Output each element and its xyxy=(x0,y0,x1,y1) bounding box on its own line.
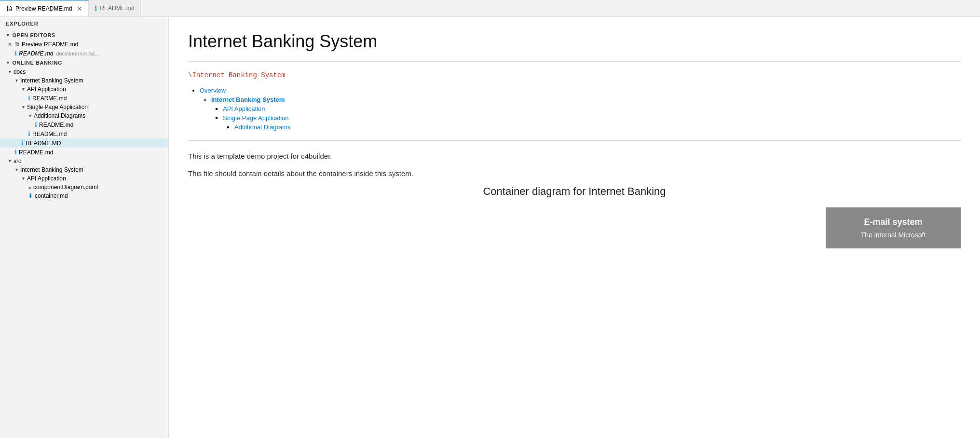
open-editors-label: OPEN EDITORS xyxy=(12,32,55,38)
open-editor-readme-label: README.md xyxy=(19,50,53,57)
diagram-area: E-mail system The internal Microsoft xyxy=(188,207,961,248)
api2-arrow: ▼ xyxy=(21,176,26,181)
sidebar-readme3[interactable]: ℹ README.md xyxy=(0,129,168,138)
main-layout: EXPLORER ▼ OPEN EDITORS ✕ 🖺 Preview READ… xyxy=(0,17,980,438)
additional-arrow: ▼ xyxy=(28,113,32,118)
info-icon-2: ℹ xyxy=(35,121,37,128)
tab-readme-md[interactable]: ℹ README.md xyxy=(89,0,140,16)
readme1-label: README.md xyxy=(32,95,67,102)
sidebar-additional-diagrams[interactable]: ▼ Additional Diagrams xyxy=(0,111,168,120)
desc1: This is a template demo project for c4bu… xyxy=(188,151,961,162)
src-arrow: ▼ xyxy=(8,159,12,164)
spa-arrow: ▼ xyxy=(21,105,26,110)
divider-top xyxy=(188,61,961,62)
sidebar-container-md[interactable]: ⬇ container.md xyxy=(0,192,168,200)
tab-preview-readme[interactable]: 🖺 Preview README.md ✕ xyxy=(0,0,89,16)
open-editors-section[interactable]: ▼ OPEN EDITORS xyxy=(0,30,168,40)
open-editors-arrow: ▼ xyxy=(6,33,10,38)
info-circle-icon: ℹ xyxy=(14,50,17,57)
info-icon-4: ℹ xyxy=(21,139,24,147)
toc-internet-banking-link[interactable]: Internet Banking System xyxy=(211,96,285,103)
sidebar-readme4-selected[interactable]: ℹ README.MD xyxy=(0,138,168,148)
readme2-label: README.md xyxy=(39,122,73,128)
tab-bar: 🖺 Preview README.md ✕ ℹ README.md xyxy=(0,0,980,17)
spa-label: Single Page Application xyxy=(27,104,88,110)
internet-banking2-arrow: ▼ xyxy=(14,167,19,172)
preview-icon: 🖺 xyxy=(6,5,13,13)
close-icon[interactable]: ✕ xyxy=(8,41,12,48)
sidebar-preview-readme[interactable]: ✕ 🖺 Preview README.md xyxy=(0,40,168,49)
info-icon-1: ℹ xyxy=(28,95,30,102)
toc-spa-link[interactable]: Single Page Application xyxy=(223,114,289,122)
internet-banking-label: Internet Banking System xyxy=(20,77,83,84)
download-icon: ⬇ xyxy=(28,192,33,199)
internet-banking-arrow: ▼ xyxy=(14,78,19,83)
info-icon-3: ℹ xyxy=(28,130,30,137)
toc-sub-list: Internet Banking System API Application … xyxy=(200,96,961,131)
sidebar-readme-info[interactable]: ℹ README.md docs\Internet Ba... xyxy=(0,49,168,58)
toc-additional: Additional Diagrams xyxy=(234,123,961,131)
online-banking-arrow: ▼ xyxy=(6,60,10,65)
online-banking-label: ONLINE BANKING xyxy=(12,60,62,66)
email-system-title: E-mail system xyxy=(835,217,951,227)
sidebar-src-folder[interactable]: ▼ src xyxy=(0,157,168,165)
page-title: Internet Banking System xyxy=(188,31,961,52)
toc-api: API Application xyxy=(223,105,961,112)
api2-label: API Application xyxy=(27,175,66,182)
sidebar-title: EXPLORER xyxy=(0,17,168,30)
toc-sub2-list: API Application Single Page Application … xyxy=(211,105,961,131)
sidebar-single-page-app[interactable]: ▼ Single Page Application xyxy=(0,103,168,111)
sidebar-docs-folder[interactable]: ▼ docs xyxy=(0,68,168,76)
src-label: src xyxy=(14,158,21,164)
sidebar-readme2[interactable]: ℹ README.md xyxy=(0,120,168,129)
api-arrow: ▼ xyxy=(21,87,26,92)
api-label: API Application xyxy=(27,86,66,93)
sidebar-readme1[interactable]: ℹ README.md xyxy=(0,94,168,103)
info-icon-5: ℹ xyxy=(14,149,17,156)
path-code: \Internet Banking System xyxy=(188,71,961,79)
docs-arrow: ▼ xyxy=(8,69,12,74)
component-diagram-label: componentDiagram.puml xyxy=(33,184,98,191)
open-editor-readme-desc: docs\Internet Ba... xyxy=(56,51,99,56)
email-system-box: E-mail system The internal Microsoft xyxy=(826,207,961,248)
toc-list: Overview Internet Banking System API App… xyxy=(188,87,961,131)
toc-api-link[interactable]: API Application xyxy=(223,105,265,112)
toc-overview-link[interactable]: Overview xyxy=(200,87,226,94)
docs-label: docs xyxy=(14,68,26,75)
toc-additional-link[interactable]: Additional Diagrams xyxy=(234,123,290,131)
desc2: This file should contain details about t… xyxy=(188,168,961,179)
sidebar-readme5[interactable]: ℹ README.md xyxy=(0,148,168,157)
sidebar-component-diagram[interactable]: ≡ componentDiagram.puml xyxy=(0,183,168,192)
readme4-label: README.MD xyxy=(26,140,61,147)
readme3-label: README.md xyxy=(32,131,67,137)
sidebar-api-application2[interactable]: ▼ API Application xyxy=(0,174,168,183)
file-icon: ≡ xyxy=(28,184,31,191)
main-content: Internet Banking System \Internet Bankin… xyxy=(169,17,980,438)
sidebar-api-application[interactable]: ▼ API Application xyxy=(0,85,168,94)
diagram-title: Container diagram for Internet Banking xyxy=(188,185,961,198)
open-editor-preview-label: Preview README.md xyxy=(22,41,78,48)
tab-readme-label: README.md xyxy=(100,5,134,12)
email-system-desc: The internal Microsoft xyxy=(835,231,951,239)
additional-label: Additional Diagrams xyxy=(34,112,85,119)
container-md-label: container.md xyxy=(35,192,68,199)
sidebar: EXPLORER ▼ OPEN EDITORS ✕ 🖺 Preview READ… xyxy=(0,17,169,438)
sidebar-internet-banking[interactable]: ▼ Internet Banking System xyxy=(0,76,168,85)
readme5-label: README.md xyxy=(19,149,53,156)
toc-overview: Overview Internet Banking System API App… xyxy=(200,87,961,131)
internet-banking2-label: Internet Banking System xyxy=(20,166,83,173)
toc-internet-banking: Internet Banking System API Application … xyxy=(211,96,961,131)
tab-close-btn[interactable]: ✕ xyxy=(77,5,82,13)
tab-preview-label: Preview README.md xyxy=(15,5,72,12)
preview-file-icon: 🖺 xyxy=(14,41,20,48)
online-banking-section[interactable]: ▼ ONLINE BANKING xyxy=(0,58,168,68)
divider-mid xyxy=(188,140,961,141)
toc-sub3-list: Additional Diagrams xyxy=(223,123,961,131)
sidebar-internet-banking2[interactable]: ▼ Internet Banking System xyxy=(0,165,168,174)
toc-spa: Single Page Application Additional Diagr… xyxy=(223,114,961,131)
info-icon: ℹ xyxy=(95,4,97,12)
